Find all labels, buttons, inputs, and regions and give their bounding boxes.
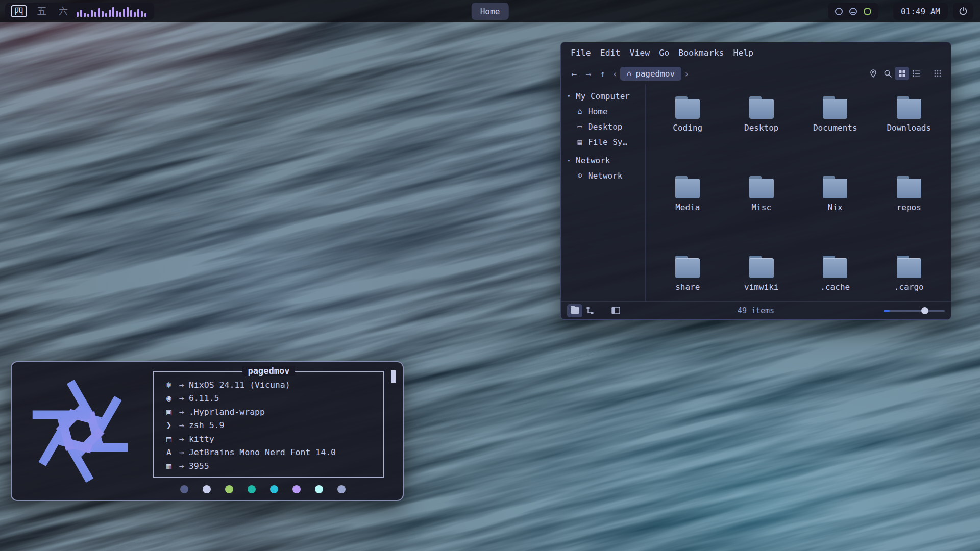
packages-icon: ▦ <box>163 461 175 471</box>
network-icon: ⊕ <box>576 171 584 180</box>
folder-icon <box>895 96 923 119</box>
places-panel-toggle[interactable] <box>567 304 582 317</box>
breadcrumb-next-icon[interactable]: › <box>681 68 692 79</box>
sidebar-item-home[interactable]: ⌂ Home <box>567 104 645 119</box>
zoom-slider[interactable] <box>884 306 945 316</box>
icon-view-icon <box>898 69 906 78</box>
visualizer-bar <box>77 12 79 17</box>
menu-file[interactable]: File <box>566 46 596 60</box>
zoom-slider-track[interactable] <box>884 310 945 312</box>
visualizer-bar <box>102 11 104 17</box>
list-view-icon <box>912 69 921 78</box>
kernel-value: 6.11.5 <box>189 393 219 403</box>
thumbnail-grid-button[interactable] <box>930 67 945 80</box>
file-manager-window: File Edit View Go Bookmarks Help ← → ↑ ‹… <box>560 42 951 320</box>
visualizer-bar <box>141 11 143 17</box>
sidebar-item-label: Home <box>588 107 608 116</box>
fastfetch-panel: pagedmov ❄ → NixOS 24.11 (Vicuna) ◉ → 6.… <box>153 371 384 478</box>
terminal-cursor <box>391 370 396 383</box>
folder-icon <box>748 256 775 278</box>
folder-label: Nix <box>828 203 843 212</box>
breadcrumb-path: pagedmov <box>635 69 675 79</box>
night-light-icon[interactable] <box>849 8 857 15</box>
breadcrumb-prev-icon[interactable]: ‹ <box>610 68 620 79</box>
menu-help[interactable]: Help <box>729 46 758 60</box>
clock[interactable]: 01:49 AM <box>893 3 948 20</box>
workspace-button-4[interactable]: 四 <box>11 5 27 17</box>
folder-item-repos[interactable]: repos <box>872 171 946 251</box>
search-icon <box>883 69 892 78</box>
location-pin-button[interactable] <box>866 67 880 80</box>
desktop-icon: ▭ <box>576 122 584 131</box>
workspace-button-5[interactable]: 五 <box>35 6 48 17</box>
folder-item-media[interactable]: Media <box>651 171 725 251</box>
folder-icon <box>821 96 849 119</box>
folder-item-coding[interactable]: Coding <box>651 91 725 171</box>
breadcrumb-current[interactable]: ⌂ pagedmov <box>620 67 681 81</box>
collapse-caret-icon: ▾ <box>567 93 572 99</box>
folder-item-desktop[interactable]: Desktop <box>725 91 799 171</box>
icon-view-button[interactable] <box>895 67 909 80</box>
sidebar-section-label: My Computer <box>576 91 630 101</box>
color-status-icon[interactable] <box>864 8 871 15</box>
sidebar-section-network[interactable]: ▾ Network <box>567 153 645 168</box>
folder-icon <box>674 96 701 119</box>
zoom-slider-thumb[interactable] <box>921 307 928 314</box>
folder-icon <box>748 176 775 198</box>
folder-item-share[interactable]: share <box>651 251 725 301</box>
search-button[interactable] <box>880 67 895 80</box>
side-pane-toggle[interactable] <box>608 304 623 317</box>
side-pane-icon <box>611 307 620 314</box>
folder-item-misc[interactable]: Misc <box>725 171 799 251</box>
arrow-icon: → <box>179 393 184 403</box>
kernel-row: ◉ → 6.11.5 <box>163 392 383 406</box>
workspace-button-6[interactable]: 六 <box>57 6 70 17</box>
menu-edit[interactable]: Edit <box>596 46 625 60</box>
sidebar-item-filesystem[interactable]: ▤ File Sy… <box>567 134 645 149</box>
font-value: JetBrains Mono Nerd Font 14.0 <box>189 447 336 457</box>
folder-label: repos <box>897 203 921 212</box>
back-button[interactable]: ← <box>567 68 581 79</box>
fastfetch-rows: ❄ → NixOS 24.11 (Vicuna) ◉ → 6.11.5 ▣ → … <box>154 372 383 473</box>
list-view-button[interactable] <box>909 67 923 80</box>
folder-label: share <box>675 282 700 292</box>
folder-item-documents[interactable]: Documents <box>798 91 872 171</box>
up-button[interactable]: ↑ <box>596 68 610 79</box>
power-button[interactable] <box>953 3 973 20</box>
folder-item-cache[interactable]: .cache <box>798 251 872 301</box>
menu-view[interactable]: View <box>625 46 655 60</box>
zoom-slider-accent <box>884 310 890 312</box>
packages-row: ▦ → 3955 <box>163 459 383 473</box>
location-pin-icon <box>869 69 878 78</box>
filesystem-icon: ▤ <box>576 137 584 146</box>
arrow-icon: → <box>179 420 184 430</box>
folder-item-downloads[interactable]: Downloads <box>872 91 946 171</box>
menu-bookmarks[interactable]: Bookmarks <box>674 46 728 60</box>
sidebar-item-network[interactable]: ⊕ Network <box>567 168 645 183</box>
folder-label: Documents <box>813 123 857 133</box>
sidebar-item-desktop[interactable]: ▭ Desktop <box>567 119 645 134</box>
visualizer-bar <box>91 10 93 17</box>
arrow-icon: → <box>179 461 184 471</box>
font-icon: A <box>163 447 175 457</box>
folder-item-nix[interactable]: Nix <box>798 171 872 251</box>
visualizer-bar <box>123 9 125 17</box>
shell-icon: ❯ <box>163 420 175 430</box>
sidebar-section-my-computer[interactable]: ▾ My Computer <box>567 88 645 104</box>
visualizer-bar <box>94 12 96 17</box>
system-tray <box>828 3 878 20</box>
folder-item-vimwiki[interactable]: vimwiki <box>725 251 799 301</box>
idle-inhibitor-icon[interactable] <box>835 8 843 15</box>
status-bar: 四 五 六 Home 01:49 AM <box>0 0 980 22</box>
forward-button[interactable]: → <box>581 68 596 79</box>
folder-item-cargo[interactable]: .cargo <box>872 251 946 301</box>
wm-row: ▣ → .Hyprland-wrapp <box>163 405 383 419</box>
collapse-caret-icon: ▾ <box>567 157 572 164</box>
tree-view-icon <box>586 307 594 315</box>
visualizer-bar <box>119 12 121 17</box>
terminal-row: ▤ → kitty <box>163 432 383 446</box>
tree-view-toggle[interactable] <box>582 304 598 317</box>
menu-go[interactable]: Go <box>654 46 674 60</box>
visualizer-bar <box>109 10 111 17</box>
folder-grid: Coding Desktop Documents Downloads Media… <box>646 84 951 301</box>
